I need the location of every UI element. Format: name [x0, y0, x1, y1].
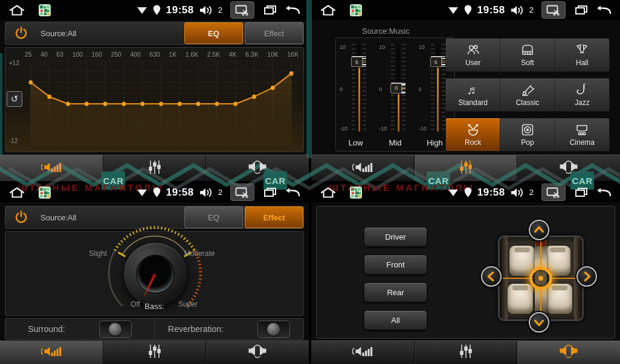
- home-icon[interactable]: [320, 187, 337, 199]
- preset-hall[interactable]: Hall: [555, 39, 609, 71]
- back-icon[interactable]: [283, 5, 300, 16]
- freq-tick-label: 1.6K: [186, 51, 199, 58]
- balance-position-marker[interactable]: [529, 267, 552, 290]
- tab-eq[interactable]: EQ: [184, 22, 243, 44]
- android-status-bar: 19:58 2: [311, 0, 620, 20]
- recent-apps-icon[interactable]: [262, 4, 278, 16]
- tab-balance[interactable]: [517, 341, 620, 364]
- location-icon: [464, 187, 472, 197]
- tab-equalizer[interactable]: [103, 155, 206, 181]
- tab-audio-effect[interactable]: [0, 341, 103, 364]
- screenshot-button[interactable]: [230, 1, 254, 19]
- preset-soft[interactable]: Soft: [500, 39, 554, 71]
- balance-left-button[interactable]: [481, 266, 502, 287]
- preset-user[interactable]: User: [446, 39, 500, 71]
- vinyl-icon: [520, 123, 535, 137]
- scale-label: 10: [379, 44, 385, 50]
- fader-up-button[interactable]: [529, 220, 549, 240]
- preset-standard[interactable]: ♬ Standard: [446, 78, 500, 111]
- screen-equalizer-curve: 19:58 2 Source:All EQ Effect: [0, 0, 309, 181]
- back-icon[interactable]: [595, 5, 612, 16]
- location-icon: [153, 5, 161, 15]
- tab-effect[interactable]: Effect: [245, 206, 303, 228]
- slider-track[interactable]: 6: [431, 44, 445, 132]
- home-icon[interactable]: [320, 4, 337, 16]
- power-icon[interactable]: [14, 210, 28, 225]
- recent-apps-icon[interactable]: [573, 187, 589, 199]
- tab-balance[interactable]: [205, 155, 309, 181]
- tab-audio-effect[interactable]: [311, 341, 414, 364]
- tab-balance[interactable]: [517, 155, 620, 181]
- sliders-icon: [458, 159, 474, 177]
- slider-track[interactable]: 6: [352, 44, 366, 132]
- app-grid-icon[interactable]: [39, 187, 51, 199]
- preset-classic[interactable]: Classic: [500, 78, 554, 111]
- app-grid-icon[interactable]: [350, 187, 362, 199]
- tab-equalizer[interactable]: [414, 341, 517, 364]
- app-grid-icon[interactable]: [350, 4, 362, 16]
- freq-tick-label: 4K: [229, 51, 237, 58]
- back-icon[interactable]: [595, 187, 612, 198]
- eq-curve-graph[interactable]: [25, 61, 297, 147]
- android-status-bar: 19:58 2: [0, 0, 309, 20]
- tab-equalizer[interactable]: [103, 341, 206, 364]
- screenshot-button[interactable]: [541, 184, 566, 201]
- app-grid-icon[interactable]: [39, 4, 51, 16]
- tab-balance[interactable]: [205, 341, 309, 364]
- tab-equalizer[interactable]: [414, 155, 517, 181]
- surround-toggle[interactable]: [99, 321, 132, 338]
- recent-apps-icon[interactable]: [573, 4, 589, 16]
- screenshot-button[interactable]: [541, 1, 566, 19]
- slider-value-tag: 0: [390, 83, 402, 94]
- slider-value-tag: 6: [430, 57, 442, 67]
- preset-jazz[interactable]: Jazz: [555, 78, 609, 111]
- user-icon: [466, 43, 480, 57]
- effect-toggles-panel: Surround: Reverberation:: [5, 318, 304, 340]
- zone-all-button[interactable]: All: [364, 311, 427, 330]
- back-icon[interactable]: [283, 187, 300, 198]
- bass-knob-panel: Slight Moderate Off Super Bass:: [5, 231, 304, 316]
- preset-pop[interactable]: Pop: [500, 118, 554, 151]
- tab-effect[interactable]: Effect: [245, 22, 303, 44]
- speaker-balance-icon: [559, 160, 578, 177]
- location-icon: [464, 5, 472, 15]
- volume-level: 2: [529, 188, 534, 197]
- power-icon[interactable]: [14, 26, 28, 40]
- reverberation-toggle[interactable]: [257, 321, 290, 338]
- slider-track[interactable]: 0: [391, 44, 405, 132]
- screenshot-button[interactable]: [230, 184, 254, 201]
- tab-audio-effect[interactable]: [0, 155, 103, 181]
- speaker-eq-icon: [352, 160, 373, 177]
- recent-apps-icon[interactable]: [262, 187, 278, 199]
- tab-audio-effect[interactable]: [311, 155, 414, 181]
- bottom-tab-bar: [0, 340, 309, 364]
- slider-mid[interactable]: 10 0 -10 0 Mid: [375, 38, 415, 151]
- zone-driver-button[interactable]: Driver: [364, 228, 427, 246]
- home-icon[interactable]: [8, 187, 25, 199]
- toggle-knob: [267, 323, 280, 336]
- freq-tick-label: 1K: [169, 51, 176, 58]
- fader-down-button[interactable]: [529, 312, 549, 333]
- volume-level: 2: [218, 188, 222, 197]
- preset-cinema[interactable]: Cinema: [555, 118, 609, 151]
- freq-tick-label: 250: [111, 51, 121, 58]
- surround-label: Surround:: [28, 324, 65, 334]
- preset-grid: User Soft Hall ♬ Standard Class: [445, 38, 610, 158]
- preset-rock[interactable]: Rock: [446, 118, 500, 151]
- seat-rear-right: [547, 284, 572, 314]
- zone-front-button[interactable]: Front: [364, 255, 427, 274]
- android-status-bar: 19:58 2: [311, 182, 620, 202]
- knob-mark-moderate: Moderate: [184, 249, 215, 258]
- balance-right-button[interactable]: [576, 266, 597, 287]
- scale-label: 0: [419, 86, 422, 92]
- drum-icon: [466, 123, 480, 137]
- car-interior-image[interactable]: [498, 235, 584, 321]
- freq-tick-label: 40: [40, 51, 48, 58]
- knob-body[interactable]: [123, 242, 187, 306]
- zone-rear-button[interactable]: Rear: [364, 283, 427, 302]
- reset-button[interactable]: ↺: [7, 91, 22, 107]
- band-sliders-panel: 10 0 -10 6 Low 10 0 -10 0 Mid: [335, 37, 455, 152]
- home-icon[interactable]: [8, 4, 25, 16]
- slider-low[interactable]: 10 0 -10 6 Low: [336, 38, 375, 151]
- freq-tick-label: 6.3K: [245, 51, 259, 58]
